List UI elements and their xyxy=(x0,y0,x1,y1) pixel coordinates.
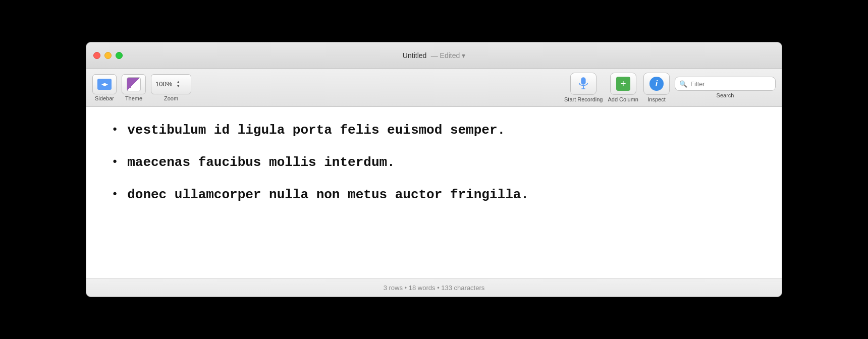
start-recording-label: Start Recording xyxy=(564,96,603,102)
sidebar-button[interactable] xyxy=(92,74,117,94)
minimize-button[interactable] xyxy=(104,52,112,59)
list-item: • donec ullamcorper nulla non metus auct… xyxy=(112,187,756,204)
status-text: 3 rows • 18 words • 133 characters xyxy=(384,284,485,292)
zoom-label: Zoom xyxy=(164,95,178,101)
microphone-icon xyxy=(578,77,589,91)
bullet-list: • vestibulum id ligula porta felis euism… xyxy=(112,122,756,203)
sidebar-icon xyxy=(97,79,112,90)
stepper-down-icon: ▼ xyxy=(176,84,180,88)
close-button[interactable] xyxy=(93,52,100,59)
app-window: Untitled — Edited ▾ Sidebar Theme 100% xyxy=(86,42,782,297)
statusbar: 3 rows • 18 words • 133 characters xyxy=(86,278,782,297)
add-column-plus: + xyxy=(620,79,626,89)
theme-group: Theme xyxy=(122,74,146,101)
zoom-group: 100% ▲ ▼ Zoom xyxy=(151,74,191,101)
title-text: Untitled xyxy=(403,51,426,60)
add-column-button[interactable]: + xyxy=(610,73,636,95)
content-area: • vestibulum id ligula porta felis euism… xyxy=(86,107,782,278)
theme-button[interactable] xyxy=(122,74,146,94)
theme-icon xyxy=(127,77,141,91)
bullet-dot: • xyxy=(112,188,118,202)
sidebar-label: Sidebar xyxy=(95,95,114,101)
info-icon: i xyxy=(649,77,664,91)
list-item: • vestibulum id ligula porta felis euism… xyxy=(112,122,756,139)
traffic-lights xyxy=(93,52,123,59)
search-input[interactable] xyxy=(690,80,771,88)
svg-rect-0 xyxy=(581,77,586,85)
inspect-icon-text: i xyxy=(656,79,658,88)
titlebar: Untitled — Edited ▾ xyxy=(86,42,782,69)
inspect-label: Inspect xyxy=(647,96,665,102)
stepper-arrows: ▲ ▼ xyxy=(176,80,180,88)
add-column-icon: + xyxy=(616,77,630,91)
bullet-dot: • xyxy=(112,123,118,138)
search-icon: 🔍 xyxy=(679,80,687,88)
theme-label: Theme xyxy=(125,95,142,101)
window-title: Untitled — Edited ▾ xyxy=(403,51,465,60)
search-group: 🔍 Search xyxy=(675,77,776,98)
zoom-stepper[interactable]: 100% ▲ ▼ xyxy=(151,74,191,94)
add-column-group: + Add Column xyxy=(608,73,638,102)
search-box[interactable]: 🔍 xyxy=(675,77,776,91)
zoom-value: 100% xyxy=(155,80,172,88)
maximize-button[interactable] xyxy=(116,52,123,59)
inspect-group: i Inspect xyxy=(643,73,670,102)
start-recording-button[interactable] xyxy=(570,73,596,95)
inspect-button[interactable]: i xyxy=(643,73,670,95)
list-item-text: maecenas faucibus mollis interdum. xyxy=(127,154,395,172)
start-recording-group: Start Recording xyxy=(564,73,603,102)
list-item-text: donec ullamcorper nulla non metus auctor… xyxy=(127,187,529,204)
bullet-dot: • xyxy=(112,155,118,170)
title-edited-text: — Edited ▾ xyxy=(429,51,465,60)
toolbar: Sidebar Theme 100% ▲ ▼ Zoom xyxy=(86,69,782,107)
add-column-label: Add Column xyxy=(608,96,638,102)
list-item-text: vestibulum id ligula porta felis euismod… xyxy=(127,122,505,139)
sidebar-group: Sidebar xyxy=(92,74,117,101)
list-item: • maecenas faucibus mollis interdum. xyxy=(112,154,756,172)
search-label: Search xyxy=(717,92,734,98)
